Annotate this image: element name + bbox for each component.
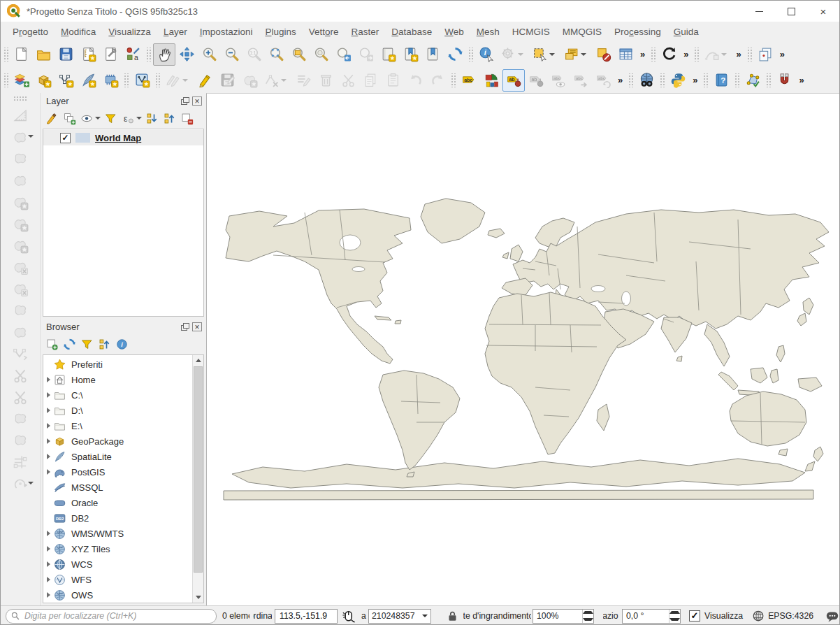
scale-combo[interactable]: 210248357 <box>368 609 431 624</box>
menu-plugins[interactable]: Plugins <box>259 24 302 40</box>
chevron-down-icon[interactable] <box>136 117 142 120</box>
render-checkbox[interactable]: ✓ <box>689 610 700 622</box>
chevron-down-icon[interactable] <box>581 53 586 56</box>
select-by-value-button[interactable] <box>560 43 592 66</box>
chevron-down-icon[interactable] <box>28 482 34 484</box>
toolbar-drag-handle[interactable] <box>13 96 27 101</box>
pin-unpin-labels-button[interactable]: ab <box>502 69 525 92</box>
browser-item-c[interactable]: C:\ <box>43 387 203 403</box>
menu-mesh[interactable]: Mesh <box>470 24 506 40</box>
zoom-to-layer-button[interactable] <box>310 43 332 66</box>
layer-labeling-options-button[interactable]: abc <box>458 69 480 92</box>
enable-snapping-button[interactable] <box>773 69 795 92</box>
lock-scale-icon[interactable] <box>447 610 458 623</box>
menu-impostazioni[interactable]: Impostazioni <box>194 24 259 40</box>
menu-layer[interactable]: Layer <box>157 24 194 40</box>
reload-layer-button[interactable] <box>658 43 680 66</box>
coordinate-box[interactable] <box>275 609 338 624</box>
menu-processing[interactable]: Processing <box>608 24 667 40</box>
zoom-full-extent-button[interactable] <box>265 43 287 66</box>
crs-globe-icon[interactable] <box>752 610 765 623</box>
expand-arrow-icon[interactable] <box>43 592 53 598</box>
locator-input[interactable] <box>23 610 216 622</box>
manage-map-themes-button[interactable] <box>78 110 102 127</box>
expand-arrow-icon[interactable] <box>43 546 53 552</box>
toolbar-overflow-button[interactable]: » <box>614 75 626 85</box>
chevron-down-icon[interactable] <box>549 53 555 56</box>
browser-item-e[interactable]: E:\ <box>43 418 203 433</box>
scroll-up-arrow[interactable] <box>193 355 203 366</box>
expand-arrow-icon[interactable] <box>43 392 53 398</box>
expand-arrow-icon[interactable] <box>43 454 53 459</box>
expand-arrow-icon[interactable] <box>43 438 53 444</box>
show-spatial-bookmarks-button[interactable] <box>399 43 421 66</box>
locator-search[interactable] <box>6 609 217 624</box>
expand-arrow-icon[interactable] <box>43 577 53 582</box>
menu-modifica[interactable]: Modifica <box>55 24 102 40</box>
zoom-in-button[interactable] <box>198 43 220 66</box>
toolbar-overflow-button[interactable]: » <box>732 49 744 59</box>
chevron-down-icon[interactable] <box>28 135 34 138</box>
spin-down-icon[interactable] <box>669 616 680 623</box>
menu-guida[interactable]: Guida <box>667 24 705 40</box>
rotation-spinbox[interactable]: 0,0 ° <box>622 609 681 624</box>
maximize-button[interactable] <box>775 1 807 22</box>
chevron-down-icon[interactable] <box>518 53 523 56</box>
open-attribute-table-button[interactable] <box>614 43 637 66</box>
zoom-out-button[interactable] <box>220 43 242 66</box>
open-project-button[interactable] <box>32 43 55 66</box>
scroll-thumb[interactable] <box>194 366 203 573</box>
remove-layer-button[interactable] <box>178 110 196 127</box>
browser-panel-float-button[interactable] <box>180 323 189 331</box>
mouse-extent-icon[interactable] <box>341 609 356 624</box>
filter-legend-button[interactable] <box>102 110 120 127</box>
browser-panel-close-button[interactable]: × <box>192 322 202 331</box>
menu-hcmgis[interactable]: HCMGIS <box>506 24 556 40</box>
duplicate-layers-button[interactable] <box>754 43 776 66</box>
add-group-button[interactable] <box>61 110 78 127</box>
browser-item-oracle[interactable]: Oracle <box>43 495 203 510</box>
refresh-map-button[interactable] <box>444 43 466 66</box>
menu-visualizza[interactable]: Visualizza <box>102 24 157 40</box>
menu-database[interactable]: Database <box>385 24 438 40</box>
browser-item-preferiti[interactable]: Preferiti <box>43 357 203 372</box>
layer-diagram-options-button[interactable] <box>480 69 502 92</box>
refresh-browser-button[interactable] <box>61 336 78 352</box>
layer-visibility-checkbox[interactable]: ✓ <box>60 133 71 143</box>
magnifier-spinbox[interactable]: 100% <box>533 609 594 624</box>
browser-item-wms-wmts[interactable]: WMS/WMTS <box>43 526 203 541</box>
identify-features-button[interactable]: i <box>475 43 498 66</box>
spin-down-icon[interactable] <box>583 616 593 623</box>
deselect-all-button[interactable] <box>592 43 614 66</box>
close-button[interactable]: × <box>807 1 839 22</box>
collapse-all-button[interactable] <box>161 110 178 127</box>
expand-all-button[interactable] <box>143 110 161 127</box>
chevron-down-icon[interactable] <box>721 53 727 56</box>
browser-item-spatialite[interactable]: SpatiaLite <box>43 449 203 464</box>
filter-legend-expression-button[interactable]: ε <box>120 110 143 127</box>
map-canvas[interactable] <box>206 93 839 605</box>
browser-item-ows[interactable]: OWS <box>43 587 203 603</box>
toolbar-overflow-button[interactable]: » <box>795 75 807 85</box>
new-geopackage-layer-button[interactable] <box>32 69 55 92</box>
expand-arrow-icon[interactable] <box>43 408 53 413</box>
toolbar-overflow-button[interactable]: » <box>637 49 649 59</box>
messages-icon[interactable] <box>825 610 840 623</box>
chevron-down-icon[interactable] <box>95 117 101 120</box>
help-contents-button[interactable]: ? <box>710 69 732 92</box>
open-data-source-manager-button[interactable] <box>10 69 32 92</box>
layer-panel-close-button[interactable]: × <box>192 96 202 106</box>
expand-arrow-icon[interactable] <box>43 561 53 567</box>
show-layout-manager-button[interactable] <box>99 43 122 66</box>
menu-web[interactable]: Web <box>438 24 470 40</box>
browser-item-geopackage[interactable]: GeoPackage <box>43 433 203 449</box>
pan-to-selection-button[interactable] <box>175 43 198 66</box>
layer-panel-float-button[interactable] <box>180 97 189 106</box>
browser-item-postgis[interactable]: PostGIS <box>43 464 203 480</box>
filter-browser-button[interactable] <box>78 336 96 352</box>
toolbar-drag-handle[interactable] <box>3 48 9 62</box>
expand-arrow-icon[interactable] <box>43 531 53 536</box>
layer-row[interactable]: ✓ World Map <box>43 130 203 145</box>
browser-item-xyz-tiles[interactable]: XYZ Tiles <box>43 541 203 556</box>
spin-up-icon[interactable] <box>669 610 680 617</box>
